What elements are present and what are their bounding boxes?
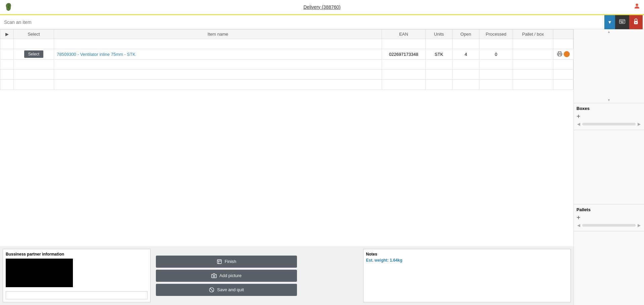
save-quit-label: Save and quit <box>217 287 244 292</box>
scan-dropdown-btn[interactable]: ▾ <box>604 15 615 29</box>
col-item-name: Item name <box>54 30 382 39</box>
scan-input[interactable] <box>1 15 604 29</box>
boxes-content-area <box>574 130 644 204</box>
left-panel: ▶ Select Item name EAN Units Open Proces… <box>0 29 573 305</box>
business-partner-info: Bussiness partner information <box>3 249 151 302</box>
scan-bar: ▾ <box>0 15 644 29</box>
logo <box>3 2 14 12</box>
notes-weight: Est. weight: 1.64kg <box>366 258 568 263</box>
svg-rect-7 <box>620 21 620 22</box>
status-dot[interactable] <box>564 51 570 57</box>
pallets-scroll-track <box>582 224 636 227</box>
biz-input[interactable] <box>6 291 147 299</box>
row-pallet-box <box>513 49 553 60</box>
save-quit-icon <box>209 287 214 293</box>
row-expand <box>0 49 14 60</box>
boxes-title: Boxes <box>576 106 641 111</box>
row-units: STK <box>426 49 453 60</box>
svg-rect-6 <box>624 20 625 21</box>
scroll-down-btn[interactable]: ▼ <box>574 98 644 103</box>
scan-btn-group: ▾ <box>604 15 643 29</box>
biz-image <box>6 259 73 287</box>
row-select-cell: Select <box>14 49 54 60</box>
notes-panel: Notes Est. weight: 1.64kg <box>363 249 571 302</box>
table-area: ▶ Select Item name EAN Units Open Proces… <box>0 29 573 246</box>
notes-weight-value: 1.64kg <box>390 258 402 263</box>
svg-point-0 <box>636 4 638 6</box>
pallets-scroll-left[interactable]: ◀ <box>576 222 581 228</box>
svg-line-17 <box>210 288 213 291</box>
scan-keyboard-btn[interactable] <box>615 15 629 29</box>
table-row-empty-2 <box>0 60 573 70</box>
svg-rect-13 <box>558 54 561 56</box>
col-processed: Processed <box>479 30 513 39</box>
row-ean: 022697173348 <box>382 49 426 60</box>
expand-arrow[interactable]: ▶ <box>5 32 9 37</box>
table-row-empty-4 <box>0 80 573 90</box>
col-select: Select <box>14 30 54 39</box>
pallets-scroll-row: ◀ ▶ <box>576 222 641 228</box>
scroll-up-btn[interactable]: ▲ <box>574 29 644 35</box>
notes-title: Notes <box>366 252 568 257</box>
row-item-name: 78509300 - Ventilator inline 75mm - STK <box>54 49 382 60</box>
top-right-area: ▲ ▼ <box>574 29 644 103</box>
items-table: ▶ Select Item name EAN Units Open Proces… <box>0 29 573 90</box>
table-row-empty-1 <box>0 39 573 49</box>
page-title[interactable]: Delivery (388760) <box>303 4 341 10</box>
select-button[interactable]: Select <box>24 50 43 58</box>
row-processed: 0 <box>479 49 513 60</box>
bottom-section: Bussiness partner information Finish <box>0 246 573 305</box>
table-row: Select 78509300 - Ventilator inline 75mm… <box>0 49 573 60</box>
add-picture-button[interactable]: Add picture <box>156 270 297 282</box>
col-pallet-box: Pallet / box <box>513 30 553 39</box>
row-open: 4 <box>453 49 479 60</box>
boxes-scroll-track <box>582 123 636 125</box>
pallets-scroll-right[interactable]: ▶ <box>637 222 641 228</box>
svg-rect-9 <box>623 21 624 22</box>
boxes-scroll-row: ◀ ▶ <box>576 121 641 127</box>
svg-rect-3 <box>621 20 621 21</box>
pallets-title: Pallets <box>576 207 641 212</box>
col-ean: EAN <box>382 30 426 39</box>
print-icon[interactable] <box>557 51 562 58</box>
add-picture-label: Add picture <box>219 273 242 278</box>
svg-rect-8 <box>621 21 622 22</box>
camera-icon <box>211 273 217 278</box>
col-actions <box>553 30 573 39</box>
finish-icon <box>217 259 222 264</box>
svg-rect-10 <box>621 22 624 23</box>
boxes-scroll-left[interactable]: ◀ <box>576 121 581 127</box>
svg-rect-14 <box>217 260 221 264</box>
main: ▶ Select Item name EAN Units Open Proces… <box>0 29 644 305</box>
boxes-scroll-right[interactable]: ▶ <box>637 121 641 127</box>
pallets-add-btn[interactable]: + <box>576 214 581 221</box>
biz-info-title: Bussiness partner information <box>6 252 147 257</box>
svg-rect-2 <box>620 20 620 21</box>
row-icons <box>553 49 573 59</box>
svg-point-15 <box>213 275 215 277</box>
action-buttons: Finish Add picture Save and quit <box>151 249 363 302</box>
svg-rect-5 <box>623 20 624 21</box>
svg-point-12 <box>635 22 637 23</box>
scan-lock-btn[interactable] <box>629 15 643 29</box>
save-quit-button[interactable]: Save and quit <box>156 284 297 296</box>
finish-button[interactable]: Finish <box>156 256 297 268</box>
right-panel: ▲ ▼ Boxes + ◀ ▶ Pallets + ◀ ▶ <box>573 29 644 305</box>
boxes-section: Boxes + ◀ ▶ <box>574 103 644 130</box>
user-icon[interactable] <box>633 2 641 12</box>
svg-rect-4 <box>622 20 622 21</box>
col-open: Open <box>453 30 479 39</box>
boxes-add-btn[interactable]: + <box>576 113 581 120</box>
notes-weight-label: Est. weight: <box>366 258 389 263</box>
col-units: Units <box>426 30 453 39</box>
header: Delivery (388760) <box>0 0 644 15</box>
logo-icon <box>3 2 14 12</box>
finish-label: Finish <box>225 259 237 264</box>
table-row-empty-3 <box>0 70 573 80</box>
item-link[interactable]: 78509300 - Ventilator inline 75mm - STK <box>57 52 135 57</box>
pallets-section: Pallets + ◀ ▶ <box>574 204 644 231</box>
pallets-content-area <box>574 231 644 305</box>
